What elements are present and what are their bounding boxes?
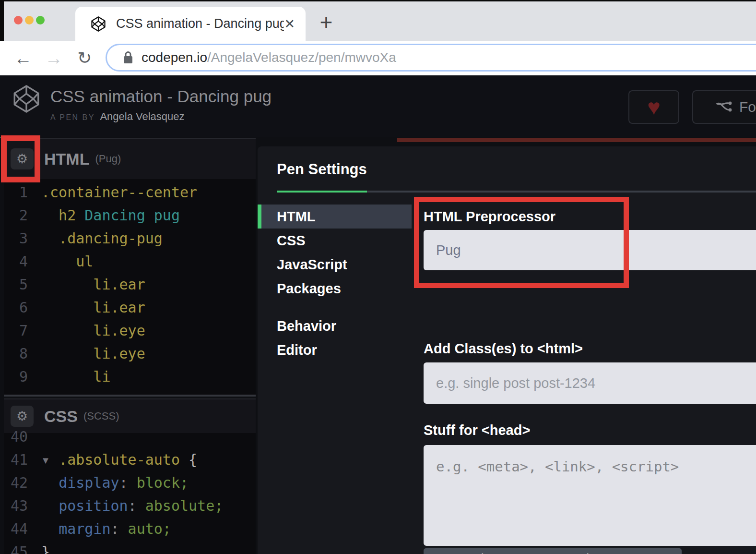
line-number: 42 [4,471,28,494]
gear-icon: ⚙ [16,409,28,424]
line-number: 6 [4,296,28,319]
css-settings-gear-button[interactable]: ⚙ [11,406,34,427]
heart-icon: ♥ [647,96,660,118]
settings-nav-javascript[interactable]: JavaScript [259,253,412,277]
line-number: 7 [4,319,28,342]
url-domain: codepen.io [142,50,207,65]
back-icon[interactable]: ← [11,46,35,71]
pen-title: CSS animation - Dancing pug [50,87,272,106]
code-line: 44 margin: auto; [4,518,256,541]
code-line: 41▾ .absolute-auto { [4,448,256,471]
line-number: 41 [4,448,28,471]
fork-button[interactable]: Fork [692,90,756,124]
code-text: .dancing-pug [41,230,163,247]
code-line: 1.container--center [4,181,256,204]
code-text: margin: auto; [41,520,171,537]
code-text: ul [41,253,93,270]
traffic-light-zoom-icon[interactable] [36,16,45,24]
underline-accent [277,191,367,193]
head-stuff-textarea[interactable]: e.g. <meta>, <link>, <script> [424,445,756,546]
codepen-favicon-icon [91,16,106,32]
traffic-light-close-icon[interactable] [14,16,23,24]
html-editor-label: HTML [44,150,89,169]
code-text: .container--center [41,184,197,201]
pen-author-link[interactable]: Angela Velasquez [100,110,184,122]
code-text: li.eye [41,322,145,339]
html-editor-syntax: (Pug) [95,153,121,165]
html-editor-header: ⚙ HTML (Pug) [4,139,256,179]
html-editor-panel: ⚙ HTML (Pug) 1.container--center2 h2 Dan… [4,138,256,395]
settings-nav-css[interactable]: CSS [259,229,412,253]
line-number: 44 [4,518,28,541]
forward-icon: → [41,46,66,71]
annotation-box-gear [1,135,40,182]
add-class-input[interactable]: e.g. single post post-1234 [424,362,756,404]
line-number: 3 [4,227,28,250]
code-line: 5 li.ear [4,273,256,296]
editor-divider[interactable] [4,395,256,397]
codepen-logo-icon[interactable] [13,84,39,113]
insert-viewport-meta-button[interactable]: ↑ Insert the most common viewport meta t… [424,548,682,554]
tab-close-icon[interactable]: ✕ [284,16,295,32]
window-top-edge [0,0,756,1]
browser-tab[interactable]: CSS animation - Dancing pug ✕ [75,7,306,41]
line-number: 2 [4,204,28,227]
lock-icon [122,50,134,65]
line-number: 9 [4,365,28,388]
byline-prefix: A PEN BY [50,113,95,121]
code-line: 3 .dancing-pug [4,227,256,250]
add-class-heading: Add Class(es) to <html> [424,341,583,357]
css-editor-syntax: (SCSS) [83,410,119,422]
fork-icon [716,100,732,114]
pen-byline: A PEN BY Angela Velasquez [50,110,185,123]
reload-icon[interactable]: ↻ [72,46,97,71]
love-button[interactable]: ♥ [628,90,679,124]
line-number: 8 [4,342,28,365]
fork-label: Fork [739,99,756,115]
code-text: display: block; [41,474,189,491]
url-path: /AngelaVelasquez/pen/mwvoXa [207,50,396,65]
line-number: 43 [4,494,28,518]
css-editor-label: CSS [44,407,78,426]
settings-nav: HTMLCSSJavaScriptPackagesBehaviorEditor [259,205,412,362]
add-class-placeholder: e.g. single post post-1234 [436,375,595,391]
html-code-area[interactable]: 1.container--center2 h2 Dancing pug3 .da… [4,179,256,388]
code-line: 40 [4,425,256,448]
code-text: li.eye [41,345,145,362]
modal-title: Pen Settings [277,161,367,178]
preview-top-strip [397,138,756,142]
url-text: codepen.io/AngelaVelasquez/pen/mwvoXa [142,50,396,65]
code-text: li [41,368,111,385]
code-text: li.ear [41,299,145,316]
code-line: 7 li.eye [4,319,256,342]
code-line: 6 li.ear [4,296,256,319]
code-line: 9 li [4,365,256,388]
line-number: 5 [4,273,28,296]
code-text: ▾ .absolute-auto { [41,451,197,468]
code-text: position: absolute; [41,497,223,514]
code-text: li.ear [41,276,145,293]
settings-nav-packages[interactable]: Packages [259,277,412,301]
code-line: 4 ul [4,250,256,273]
settings-nav-behavior[interactable]: Behavior [259,314,412,338]
line-number: 40 [4,425,28,448]
modal-title-underline [277,191,756,193]
settings-nav-html[interactable]: HTML [259,205,412,229]
code-line: 43 position: absolute; [4,494,256,518]
traffic-light-minimize-icon[interactable] [25,16,34,24]
line-number: 45 [4,541,28,554]
window-left-edge [0,0,4,41]
code-line: 8 li.eye [4,342,256,365]
address-bar[interactable]: codepen.io/AngelaVelasquez/pen/mwvoXa [106,44,756,72]
code-text: h2 Dancing pug [41,207,180,224]
tab-title: CSS animation - Dancing pug [116,16,284,31]
code-line: 45} [4,541,256,554]
css-code-area[interactable]: 4041▾ .absolute-auto {42 display: block;… [4,425,256,554]
new-tab-button[interactable]: + [315,11,338,34]
code-text: } [41,543,50,554]
settings-nav-editor[interactable]: Editor [259,338,412,362]
css-editor-panel: ⚙ CSS (SCSS) 4041▾ .absolute-auto {42 di… [4,398,256,554]
line-number: 1 [4,181,28,204]
head-stuff-placeholder: e.g. <meta>, <link>, <script> [436,458,679,475]
underline-track [367,191,756,193]
